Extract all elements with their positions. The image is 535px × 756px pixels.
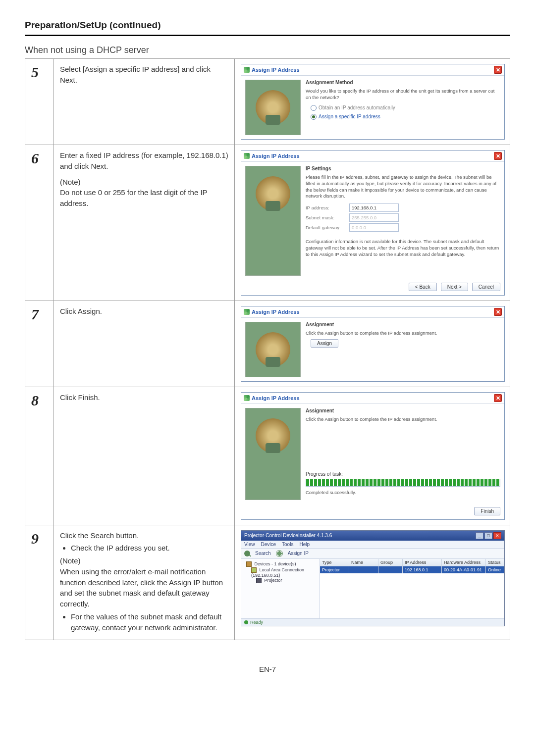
tree-root[interactable]: Devices - 1 device(s) [243,561,318,568]
step-number: 8 [25,387,54,525]
status-dot-icon [244,620,248,624]
wizard-heading: IP Settings [306,166,500,171]
back-button[interactable]: < Back [409,283,437,291]
step-row: 9 Click the Search button. Check the IP … [25,525,510,640]
next-button[interactable]: Next > [441,283,468,291]
wizard-text: Click the Assign button to complete the … [306,416,500,423]
cancel-button[interactable]: Cancel [472,283,500,291]
dialog-titlebar: Assign IP Address ✕ [241,306,504,318]
wizard-dialog: Assign IP Address ✕ Assignment Method Wo… [241,64,505,140]
radio-icon [311,105,317,111]
dialog-titlebar: Assign IP Address ✕ [241,151,504,162]
device-grid: Type Name Group IP Address Hardware Addr… [320,559,504,618]
search-icon [244,551,250,556]
assign-ip-button[interactable]: Assign IP [288,551,309,556]
section-subtitle: When not using a DHCP server [25,45,510,55]
finish-button[interactable]: Finish [474,507,500,515]
step-line: Enter a fixed IP address (for example, 1… [60,150,228,172]
wizard-heading: Assignment [306,322,500,327]
step-number: 7 [25,301,54,387]
field-label: Default gateway [306,225,345,230]
col-name[interactable]: Name [349,559,378,566]
wizard-heading: Assignment [306,408,500,413]
menu-bar: View Device Tools Help [241,541,504,549]
app-icon [244,153,250,159]
minimize-icon[interactable]: _ [476,532,483,539]
step-number: 9 [25,525,54,640]
col-type[interactable]: Type [320,559,349,566]
step-description: Click the Search button. Check the IP ad… [54,525,234,640]
radio-label: Assign a specific IP address [319,114,380,119]
tree-device[interactable]: Projector [243,578,318,583]
step-bullet: Check the IP address you set. [71,543,228,554]
close-icon[interactable]: ✕ [494,394,502,402]
step-row: 6 Enter a fixed IP address (for example,… [25,145,510,301]
close-icon[interactable]: ✕ [494,308,502,316]
status-bar: Ready [241,618,504,626]
wizard-graphic [245,80,301,135]
app-icon [244,395,250,401]
radio-obtain-auto[interactable]: Obtain an IP address automatically [311,105,500,111]
step-description: Click Assign. [54,301,234,387]
devices-icon [246,561,252,567]
wizard-heading: Assignment Method [306,80,500,85]
app-titlebar: Projector-Control DeviceInstaller 4.1.3.… [241,531,504,541]
dialog-titlebar: Assign IP Address ✕ [241,393,504,404]
dialog-title: Assign IP Address [252,153,300,159]
cell-type: Projector [320,566,349,573]
maximize-icon[interactable]: □ [484,532,492,539]
wizard-graphic [245,408,301,500]
dialog-title: Assign IP Address [252,395,300,401]
col-ip[interactable]: IP Address [403,559,442,566]
app-icon [244,67,250,73]
step-number: 6 [25,145,54,301]
assign-button[interactable]: Assign [311,339,338,348]
step-line: Click the Search button. [60,530,228,541]
step-text: Click Assign. [60,307,102,315]
note-label: (Note) [60,177,228,188]
cell-ip: 192.168.0.1 [403,566,442,573]
status-text: Ready [250,620,263,625]
step-description: Enter a fixed IP address (for example, 1… [54,145,234,301]
default-gateway-input[interactable]: 0.0.0.0 [349,223,399,232]
close-icon[interactable]: ✕ [494,66,502,74]
step-text: Click Finish. [60,393,100,402]
search-button[interactable]: Search [255,551,271,556]
wizard-dialog: Assign IP Address ✕ Assignment Click the… [241,392,505,520]
radio-assign-specific[interactable]: Assign a specific IP address [311,114,500,120]
cell-hw: 00-20-4A-A0-01-91 [442,566,486,573]
app-icon [244,309,250,315]
note-text: When using the error/alert e-mail notifi… [60,566,228,609]
tree-connection[interactable]: Local Area Connection (192.168.0.51) [243,567,318,578]
default-gateway-row: Default gateway 0.0.0.0 [306,223,500,232]
menu-tools[interactable]: Tools [282,542,293,547]
step-row: 5 Select [Assign a specific IP address] … [25,59,510,145]
menu-help[interactable]: Help [299,542,310,547]
globe-icon [276,550,283,557]
cell-status: Online [486,566,504,573]
step-number: 5 [25,59,54,145]
device-installer-window: Projector-Control DeviceInstaller 4.1.3.… [241,530,505,626]
col-hw[interactable]: Hardware Address [442,559,486,566]
col-status[interactable]: Status [486,559,504,566]
divider [25,35,510,36]
menu-device[interactable]: Device [261,542,276,547]
radio-icon [311,114,317,120]
ip-address-input[interactable]: 192.168.0.1 [349,203,399,212]
close-icon[interactable]: ✕ [493,532,501,539]
progress-label: Progress of task: [306,471,500,477]
close-icon[interactable]: ✕ [494,152,502,160]
subnet-mask-input[interactable]: 255.255.0.0 [349,213,399,222]
note-text: Do not use 0 or 255 for the last digit o… [60,187,228,209]
ip-address-row: IP address: 192.168.0.1 [306,203,500,212]
progress-bar [306,479,500,487]
wizard-graphic [245,322,301,377]
dialog-title: Assign IP Address [252,67,300,73]
step-description: Select [Assign a specific IP address] an… [54,59,234,145]
step-bullet: For the values of the subnet mask and de… [71,611,228,633]
steps-table: 5 Select [Assign a specific IP address] … [25,58,510,640]
menu-view[interactable]: View [244,542,255,547]
dialog-titlebar: Assign IP Address ✕ [241,64,504,76]
col-group[interactable]: Group [378,559,403,566]
grid-row[interactable]: Projector 192.168.0.1 00-20-4A-A0-01-91 … [320,566,504,573]
